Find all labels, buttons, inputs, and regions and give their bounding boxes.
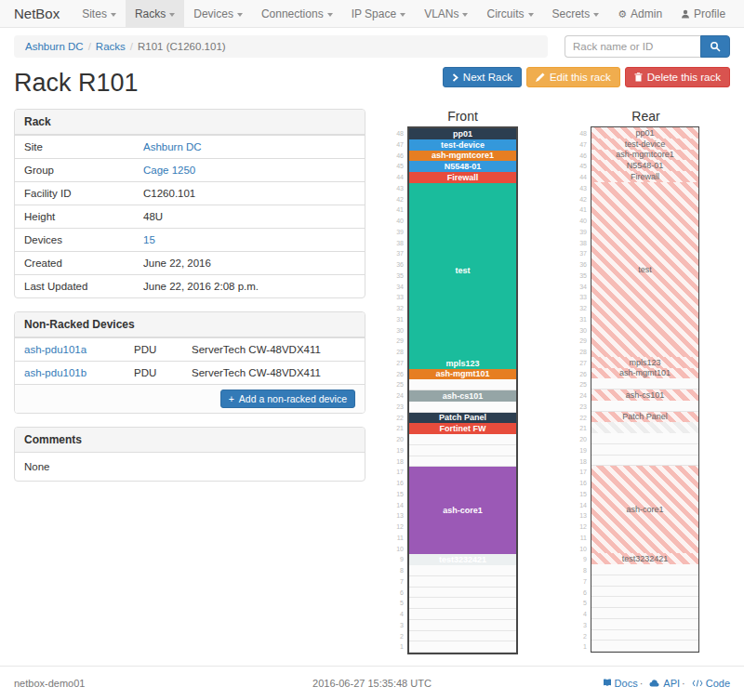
device-front[interactable]: mpls123 [409,358,516,369]
table-row: Facility ID C1260.101 [15,182,365,205]
unit-number: 4 [578,609,589,620]
attr-label: Height [15,205,134,229]
code-link[interactable]: Code [680,678,730,689]
device-front[interactable]: ash-cs101 [409,390,516,402]
unit-number: 31 [578,314,589,325]
nav-item[interactable]: Secrets [543,0,609,27]
device-rear[interactable]: test [591,182,698,357]
unit-number: 11 [578,533,589,544]
device-front[interactable]: ash-mgmtcore1 [409,151,516,162]
table-row: ash-pdu101a PDU ServerTech CW-48VDX411 [15,338,365,362]
unit-number: 10 [394,544,405,555]
add-non-racked-button[interactable]: +Add a non-racked device [220,390,355,408]
breadcrumb-site[interactable]: Ashburn DC [25,41,84,52]
nav-item[interactable]: Racks [126,0,184,27]
device-rear[interactable]: mpls123 [591,357,698,368]
device-front[interactable]: test-device [409,139,516,151]
attr-label: Group [15,159,134,182]
device-rear[interactable]: ash-mgmt101 [591,368,698,379]
unit-number: 42 [578,194,589,205]
device-rear[interactable]: ash-core1 [591,466,698,553]
search-input[interactable] [565,35,700,58]
next-rack-button[interactable]: Next Rack [443,67,522,87]
attr-value: 15 [143,234,155,245]
device-front[interactable]: ash-core1 [409,467,516,554]
nav-item[interactable]: Connections [252,0,342,27]
device-front[interactable]: test3232421 [409,554,516,565]
nav-item[interactable]: Devices [184,0,252,27]
delete-rack-button[interactable]: Delete this rack [625,67,730,87]
logout-menu-item[interactable]: Log out [735,0,744,27]
device-front[interactable]: ash-mgmt101 [409,369,516,380]
device-rear[interactable]: ash-mgmtcore1 [591,150,698,161]
gear-icon: ⚙ [618,0,627,28]
unit-number: 40 [394,216,405,227]
docs-link[interactable]: Docs [603,678,638,689]
server-time: 2016-06-27 15:35:48 UTC [253,678,492,689]
empty-slot [591,641,698,652]
breadcrumb: Ashburn DC/Racks/R101 (C1260.101) [14,35,548,58]
table-row: Last Updated June 22, 2016 2:08 p.m. [15,275,365,298]
rack-elevations: Front 4847464544434241403938373635343332… [365,109,730,654]
device-front[interactable]: N5548-01 [409,161,516,172]
nav-item-label: IP Space [352,7,396,20]
admin-menu-item[interactable]: ⚙ Admin [608,0,671,27]
device-link[interactable]: ash-pdu101b [24,367,86,378]
search-button[interactable] [700,35,730,58]
unit-number: 43 [394,183,405,194]
unit-number: 2 [394,631,405,642]
unit-number: 16 [394,478,405,489]
nav-item[interactable]: Sites [73,0,126,27]
device-rear[interactable]: Firewall [591,171,698,182]
device-rear[interactable]: test-device [591,139,698,150]
chevron-down-icon [169,13,175,17]
device-rear[interactable]: Patch Panel [591,412,698,423]
unit-number: 3 [394,620,405,631]
unit-number: 22 [394,413,405,424]
breadcrumb-racks[interactable]: Racks [96,41,126,52]
nav-item-label: Secrets [552,7,591,20]
device-front[interactable]: test [409,183,516,358]
nav-item[interactable]: Circuits [477,0,542,27]
book-icon [603,679,612,687]
device-rear[interactable]: N5548-01 [591,160,698,171]
breadcrumb-current: R101 (C1260.101) [138,41,226,52]
device-front[interactable]: pp01 [409,128,516,139]
profile-menu-item[interactable]: Profile [671,0,735,27]
unit-number: 21 [578,423,589,434]
chevron-down-icon [237,13,243,17]
unit-number: 28 [578,347,589,358]
brand[interactable]: NetBox [14,0,60,27]
edit-rack-button[interactable]: Edit this rack [526,67,620,87]
device-front[interactable]: Fortinet FW [409,423,516,434]
plus-icon: + [229,393,234,404]
unit-number: 14 [578,500,589,511]
unit-number: 37 [394,248,405,259]
attr-value: June 22, 2016 [143,258,211,269]
unit-number: 18 [578,456,589,468]
device-link[interactable]: ash-pdu101a [24,344,86,355]
device-rear[interactable]: ash-cs101 [591,390,698,401]
unit-number: 11 [394,533,405,544]
device-front[interactable]: Patch Panel [409,413,516,424]
cloud-icon [649,680,660,687]
attr-value: C1260.101 [143,188,195,199]
unit-number: 32 [578,303,589,314]
nav-item[interactable]: VLANs [415,0,477,27]
device-front[interactable]: Firewall [409,172,516,183]
device-rear[interactable]: test3232421 [591,553,698,564]
unit-number: 20 [394,434,405,445]
nav-item[interactable]: IP Space [342,0,415,27]
unit-number: 28 [394,347,405,358]
chevron-down-icon [400,13,405,17]
api-link[interactable]: API [638,678,680,689]
unit-number: 26 [578,369,589,380]
empty-slot [591,630,698,641]
code-label: Code [706,678,730,689]
unit-number: 21 [394,423,405,434]
rack-info-panel: Rack Site Ashburn DC Group Cage 1250 [14,109,365,298]
pencil-icon [536,73,545,82]
device-rear[interactable]: pp01 [591,127,698,139]
empty-slot [409,445,516,456]
unit-number: 24 [394,390,405,402]
